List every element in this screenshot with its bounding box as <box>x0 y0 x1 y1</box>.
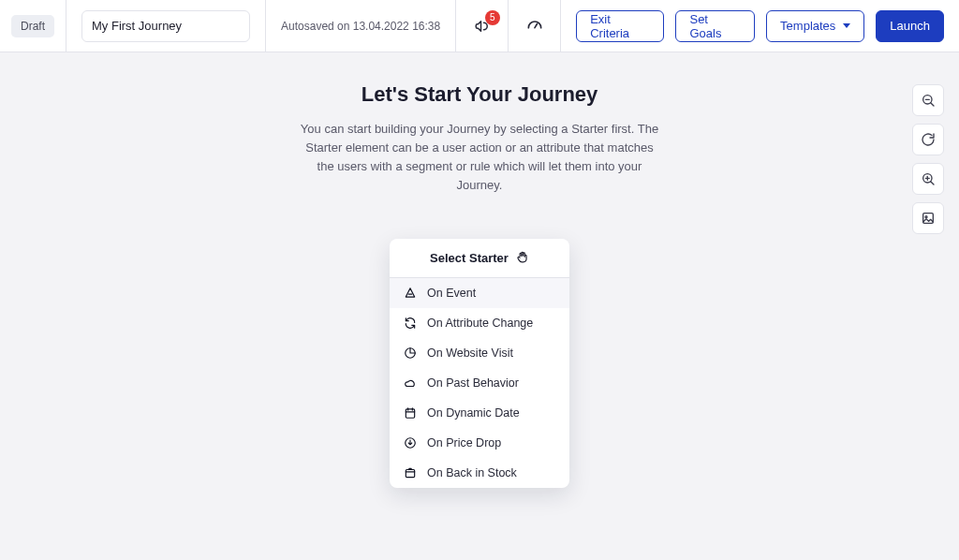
refresh-icon <box>921 132 936 147</box>
launch-label: Launch <box>890 19 930 33</box>
top-bar: Draft Autosaved on 13.04.2022 16:38 5 <box>0 0 959 52</box>
svg-rect-16 <box>923 214 934 224</box>
starter-option-on-dynamic-date[interactable]: On Dynamic Date <box>390 398 569 428</box>
starter-option-label: On Event <box>427 287 476 300</box>
zoom-out-icon <box>921 93 936 108</box>
page-title: Let's Start Your Journey <box>0 82 959 107</box>
chevron-down-icon <box>843 23 850 28</box>
svg-rect-3 <box>406 408 414 417</box>
starter-option-on-website-visit[interactable]: On Website Visit <box>390 338 569 368</box>
starter-option-label: On Attribute Change <box>427 317 533 330</box>
svg-line-0 <box>535 23 538 27</box>
calendar-icon <box>403 405 418 420</box>
svg-point-17 <box>925 216 927 218</box>
top-actions: Exit Criteria Set Goals Templates Launch <box>561 0 959 52</box>
page-subtitle: You can start building your Journey by s… <box>297 120 662 196</box>
status-badge: Draft <box>11 15 54 37</box>
starter-header-label: Select Starter <box>430 251 509 265</box>
starter-option-on-past-behavior[interactable]: On Past Behavior <box>390 368 569 398</box>
svg-line-13 <box>931 182 934 184</box>
reset-view-button[interactable] <box>912 124 944 155</box>
status-cell: Draft <box>0 0 66 52</box>
cloud-icon <box>403 376 418 391</box>
canvas: Let's Start Your Journey You can start b… <box>0 52 959 560</box>
event-icon <box>403 286 418 301</box>
starter-option-on-event[interactable]: On Event <box>390 278 569 308</box>
intro: Let's Start Your Journey You can start b… <box>0 52 959 196</box>
svg-line-10 <box>931 103 934 106</box>
autosave-text: Autosaved on 13.04.2022 16:38 <box>281 20 440 33</box>
zoom-in-icon <box>921 171 936 186</box>
starter-option-on-price-drop[interactable]: On Price Drop <box>390 428 569 458</box>
canvas-toolstrip <box>912 84 944 234</box>
set-goals-label: Set Goals <box>689 12 741 40</box>
notifications-cell: 5 <box>456 0 509 52</box>
starter-list: On Event On Attribute Change <box>390 278 569 488</box>
grab-icon <box>516 250 529 266</box>
gauge-icon[interactable] <box>525 17 544 36</box>
journey-name-cell <box>66 0 266 52</box>
svg-rect-8 <box>406 469 414 477</box>
templates-button[interactable]: Templates <box>766 10 864 42</box>
zoom-out-button[interactable] <box>912 84 944 116</box>
autosave-cell: Autosaved on 13.04.2022 16:38 <box>266 0 456 52</box>
launch-button[interactable]: Launch <box>876 10 944 42</box>
pie-chart-icon <box>403 346 418 361</box>
templates-label: Templates <box>780 19 835 33</box>
starter-option-label: On Past Behavior <box>427 376 519 390</box>
export-image-button[interactable] <box>912 202 944 234</box>
sync-icon <box>403 316 418 331</box>
zoom-in-button[interactable] <box>912 163 944 195</box>
starter-option-label: On Website Visit <box>427 346 513 360</box>
exit-criteria-button[interactable]: Exit Criteria <box>576 10 664 42</box>
journey-name-input[interactable] <box>81 10 250 42</box>
starter-option-label: On Back in Stock <box>427 466 517 479</box>
starter-card: Select Starter On Event <box>390 239 569 488</box>
starter-option-label: On Dynamic Date <box>427 406 520 420</box>
starter-header[interactable]: Select Starter <box>390 239 569 278</box>
notification-count-badge: 5 <box>485 10 500 25</box>
starter-option-on-back-in-stock[interactable]: On Back in Stock <box>390 458 569 488</box>
image-icon <box>921 211 936 226</box>
price-drop-icon <box>403 435 418 450</box>
set-goals-button[interactable]: Set Goals <box>675 10 755 42</box>
starter-option-label: On Price Drop <box>427 436 501 449</box>
notifications-button[interactable]: 5 <box>474 18 491 35</box>
exit-criteria-label: Exit Criteria <box>590 12 650 40</box>
starter-option-on-attribute-change[interactable]: On Attribute Change <box>390 308 569 338</box>
speed-cell <box>509 0 561 52</box>
box-icon <box>403 465 418 480</box>
